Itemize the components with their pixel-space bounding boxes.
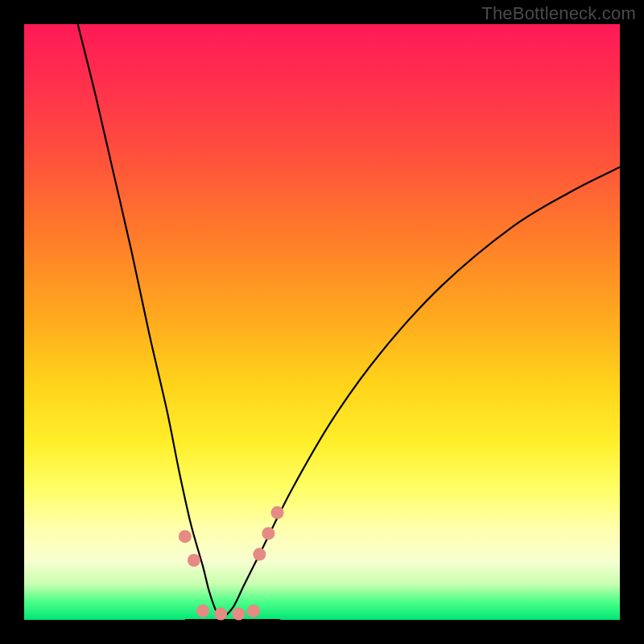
m-bottom-4 bbox=[247, 605, 260, 617]
m-bottom-3 bbox=[232, 608, 245, 621]
m-bottom-1 bbox=[196, 605, 209, 617]
m-bottom-2 bbox=[214, 608, 227, 621]
m-left-upper bbox=[179, 530, 192, 543]
m-left-lower bbox=[188, 554, 200, 567]
m-right-1 bbox=[253, 548, 266, 561]
curve-right bbox=[221, 167, 620, 620]
m-right-3 bbox=[271, 506, 284, 519]
markers bbox=[179, 506, 284, 621]
chart-svg bbox=[24, 24, 620, 620]
m-right-2 bbox=[262, 527, 275, 540]
curve-left bbox=[78, 24, 221, 620]
watermark-text: TheBottleneck.com bbox=[481, 3, 636, 24]
chart-frame: TheBottleneck.com bbox=[0, 0, 644, 644]
